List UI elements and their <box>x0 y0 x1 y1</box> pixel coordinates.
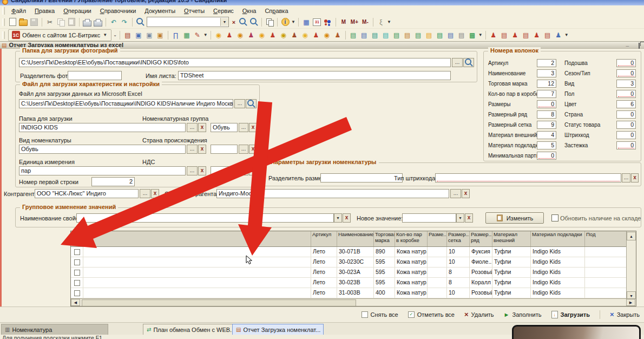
table-row[interactable]: Лето30-023A595Кожа натур...8РозовыйТуфли… <box>71 268 636 278</box>
menu-item-правка[interactable]: Правка <box>30 7 59 15</box>
photo-separator-field[interactable] <box>68 71 122 80</box>
dropdown-chevron-icon[interactable]: ▼ <box>103 32 107 37</box>
dropdown-chevron-icon[interactable]: ▼ <box>203 32 208 37</box>
country-field[interactable] <box>211 145 238 154</box>
first-row-field[interactable]: 2 <box>91 177 135 186</box>
print-tags-icon[interactable]: ▣ <box>155 30 165 40</box>
address-book-icon[interactable]: ▤ <box>123 30 133 40</box>
column-number-field[interactable]: 4 <box>537 131 556 139</box>
barcode-type-browse-button[interactable]: ... <box>622 173 630 182</box>
calendar-icon[interactable]: 31 <box>312 17 322 27</box>
print-icon[interactable] <box>82 17 92 27</box>
property-dropdown-icon[interactable]: ▼ <box>334 213 342 223</box>
unit-field[interactable]: пар <box>19 166 186 175</box>
nom-group-browse-button[interactable]: ... <box>239 123 248 132</box>
edit-prices-icon[interactable]: ✎ <box>193 30 202 40</box>
find-next-icon[interactable] <box>238 17 248 27</box>
country-clear-button[interactable]: x <box>249 145 257 154</box>
dropdown-chevron-icon[interactable]: ▼ <box>291 19 295 24</box>
barcode-type-field[interactable] <box>435 173 621 182</box>
column-number-field[interactable]: 9 <box>537 121 556 129</box>
table-header-10[interactable]: Материал подкладки <box>531 231 585 246</box>
column-number-field[interactable]: 0 <box>537 100 556 108</box>
table-header-3[interactable]: Наименование <box>337 231 374 246</box>
table-row[interactable]: Лето30-0230C595Кожа натур...10Фиоле...Ту… <box>71 257 636 268</box>
column-number-field[interactable]: 0 <box>616 131 636 139</box>
window-tab-0[interactable]: ▥Номенклатура <box>1 324 108 335</box>
undo-icon[interactable]: ↶ <box>109 17 119 27</box>
doc-transfer-icon[interactable]: ▤ <box>370 30 380 40</box>
table-header-4[interactable]: Торговая марка <box>374 231 395 246</box>
vat-clear-button[interactable]: x <box>249 166 257 175</box>
site-orders-icon[interactable]: ▤ <box>521 30 531 40</box>
menu-item-файл[interactable]: Файл <box>7 7 30 15</box>
new-value-dropdown-icon[interactable]: ▼ <box>456 213 464 223</box>
doc-person-icon[interactable]: ▤ <box>446 30 456 40</box>
check-all-button[interactable]: ✓Отметить все <box>408 311 455 318</box>
photos-path-open-button[interactable] <box>463 58 474 67</box>
counterparty-field[interactable]: ООО "НСК-Люкс" Индиго <box>35 189 139 198</box>
salary-icon[interactable]: ♟ <box>311 30 321 40</box>
doc-coins-icon[interactable]: ▤ <box>424 30 434 40</box>
change-button[interactable]: Изменить <box>485 212 544 224</box>
cash-icon[interactable]: ♟ <box>246 30 256 40</box>
new-value-combo[interactable] <box>402 213 456 223</box>
menu-item-документы[interactable]: Документы <box>140 7 180 15</box>
column-number-field[interactable]: 0 <box>616 69 636 77</box>
table-header-1[interactable]: Фото <box>83 231 311 246</box>
table-header-2[interactable]: Артикул <box>311 231 337 246</box>
quick-search-combo[interactable]: ▼ <box>147 17 229 27</box>
menu-item-отчеты[interactable]: Отчеты <box>180 7 209 15</box>
paste-icon[interactable] <box>67 17 76 27</box>
vat-field[interactable] <box>211 166 238 175</box>
update-stock-checkbox[interactable] <box>551 214 558 221</box>
excel-file-browse-button[interactable]: ... <box>234 99 245 108</box>
row-checkbox[interactable] <box>74 259 80 265</box>
combo-clear-icon[interactable]: × <box>230 17 238 27</box>
table-header-5[interactable]: Кол-во пар в коробке <box>395 231 428 246</box>
column-number-field[interactable]: 3 <box>616 80 636 88</box>
column-number-field[interactable]: 0 <box>537 152 556 160</box>
row-checkbox[interactable] <box>74 290 80 296</box>
row-checkbox[interactable] <box>74 270 80 276</box>
purchases-icon[interactable]: ♟ <box>225 30 234 40</box>
users-icon[interactable] <box>323 17 333 27</box>
menu-item-окна[interactable]: Окна <box>238 7 261 15</box>
open-icon[interactable] <box>18 17 28 27</box>
column-number-field[interactable]: 7 <box>537 90 556 98</box>
vat-browse-button[interactable]: ... <box>239 166 248 175</box>
load-button[interactable]: ↓Загрузить <box>551 311 590 318</box>
column-number-field[interactable]: 12 <box>537 80 556 88</box>
nom-kind-browse-button[interactable]: ... <box>187 145 198 154</box>
column-number-field[interactable]: 6 <box>616 100 636 108</box>
new-value-clear-button[interactable]: x <box>465 213 473 223</box>
print-labels-icon[interactable]: ▣ <box>144 30 154 40</box>
table-row[interactable]: Лето30-071B890Кожа натур...10ФуксияТуфли… <box>71 247 636 257</box>
unit-browse-button[interactable]: ... <box>187 166 198 175</box>
load-folder-clear-button[interactable]: x <box>198 123 206 132</box>
price-table-icon[interactable]: ▦ <box>182 30 192 40</box>
uncheck-all-button[interactable]: Снять все <box>362 311 398 318</box>
bank-icon[interactable]: ◉ <box>257 30 267 40</box>
scroll-up-icon[interactable]: ▲ <box>627 232 636 240</box>
sheet-name-field[interactable]: TDSheet <box>178 71 451 80</box>
vertical-scrollbar[interactable]: ▲ ▼ <box>626 231 636 301</box>
horizontal-scrollbar[interactable]: ◀ ▶ <box>71 298 636 306</box>
row-checkbox[interactable] <box>74 249 80 255</box>
debts-icon[interactable]: ♟ <box>268 30 278 40</box>
module-green-icon[interactable]: ▩ <box>468 30 477 40</box>
column-number-field[interactable]: 8 <box>537 110 556 119</box>
load-folder-browse-button[interactable]: ... <box>187 123 198 132</box>
window-tab-2[interactable]: ▤Отчет Загрузка номенклат... <box>232 324 324 335</box>
find-prev-icon[interactable] <box>249 17 259 27</box>
warehouse-browse-button[interactable]: ... <box>450 189 461 198</box>
calculator-icon[interactable]: ▦ <box>301 17 311 27</box>
dropdown-chevron-icon[interactable]: ▼ <box>564 32 569 37</box>
print-preview-icon[interactable] <box>93 17 103 27</box>
site-users-icon[interactable]: ♟ <box>510 30 520 40</box>
doc-approve-icon[interactable]: ▤ <box>413 30 423 40</box>
column-number-field[interactable]: 0 <box>616 59 636 67</box>
table-header-6[interactable]: Разме... <box>428 231 447 246</box>
memory-m-minus-icon[interactable]: M- <box>360 17 370 27</box>
info-icon[interactable]: i <box>280 17 290 27</box>
